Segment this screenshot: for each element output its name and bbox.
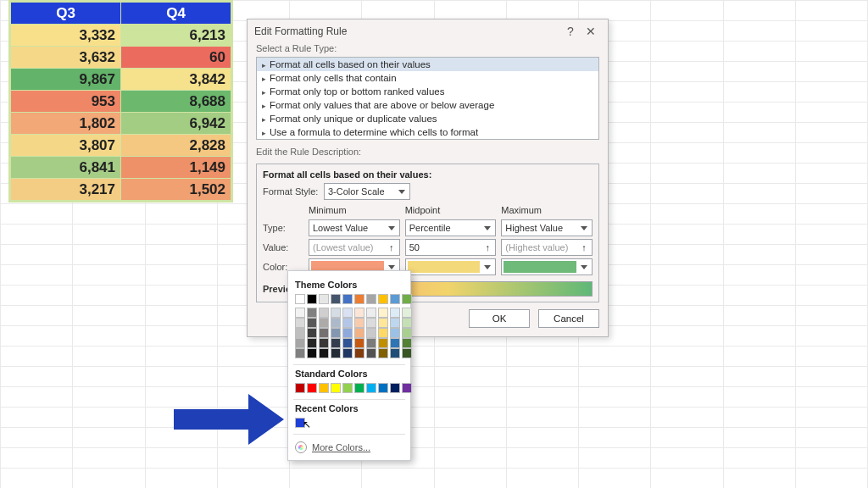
color-swatch[interactable] xyxy=(366,383,376,393)
color-swatch[interactable] xyxy=(307,308,317,318)
rule-type-list[interactable]: Format all cells based on their values F… xyxy=(256,57,599,140)
color-swatch[interactable] xyxy=(378,338,388,348)
more-colors-link[interactable]: More Colors... xyxy=(295,441,403,453)
color-swatch[interactable] xyxy=(319,348,329,358)
color-swatch[interactable] xyxy=(402,318,412,328)
color-swatch[interactable] xyxy=(319,294,329,304)
color-swatch[interactable] xyxy=(295,294,305,304)
color-swatch[interactable] xyxy=(319,318,329,328)
color-swatch[interactable] xyxy=(378,294,388,304)
color-swatch[interactable] xyxy=(402,338,412,348)
color-swatch[interactable] xyxy=(342,294,353,304)
color-swatch[interactable] xyxy=(354,338,364,348)
color-swatch[interactable] xyxy=(390,383,400,393)
cancel-button[interactable]: Cancel xyxy=(538,309,599,328)
table-cell[interactable]: 1,502 xyxy=(121,179,231,201)
color-swatch[interactable] xyxy=(307,383,317,393)
table-cell[interactable]: 3,217 xyxy=(11,179,121,201)
color-swatch[interactable] xyxy=(354,348,364,358)
mid-value-field[interactable]: 50↑ xyxy=(405,239,497,256)
color-swatch[interactable] xyxy=(307,348,317,358)
color-swatch[interactable] xyxy=(378,348,388,358)
table-cell[interactable]: 3,632 xyxy=(11,47,121,69)
color-swatch[interactable] xyxy=(390,338,400,348)
color-swatch[interactable] xyxy=(366,328,376,338)
table-cell[interactable]: 3,807 xyxy=(11,135,121,157)
color-swatch[interactable] xyxy=(354,318,364,328)
color-swatch[interactable] xyxy=(331,383,341,393)
color-swatch[interactable] xyxy=(295,318,305,328)
max-color-combo[interactable] xyxy=(501,258,593,275)
color-swatch[interactable] xyxy=(342,338,353,348)
table-cell[interactable]: 2,828 xyxy=(121,135,231,157)
min-type-combo[interactable]: Lowest Value xyxy=(309,219,400,236)
color-swatch[interactable] xyxy=(366,348,376,358)
color-swatch[interactable] xyxy=(342,348,353,358)
color-swatch[interactable] xyxy=(378,383,388,393)
mid-color-combo[interactable] xyxy=(405,258,497,275)
color-swatch[interactable] xyxy=(354,294,364,304)
color-swatch[interactable] xyxy=(319,308,329,318)
table-cell[interactable]: 1,802 xyxy=(11,113,121,135)
color-swatch[interactable] xyxy=(295,328,305,338)
color-swatch[interactable] xyxy=(390,318,400,328)
table-cell[interactable]: 3,842 xyxy=(121,69,231,91)
color-swatch[interactable] xyxy=(331,308,341,318)
max-type-combo[interactable]: Highest Value xyxy=(501,219,593,236)
close-button[interactable]: ✕ xyxy=(581,25,601,38)
dialog-titlebar[interactable]: Edit Formatting Rule ? ✕ xyxy=(248,19,608,43)
color-swatch[interactable] xyxy=(402,348,412,358)
color-swatch[interactable] xyxy=(342,328,353,338)
ok-button[interactable]: OK xyxy=(469,309,530,328)
color-swatch[interactable] xyxy=(402,294,412,304)
table-cell[interactable]: 8,688 xyxy=(121,91,231,113)
table-cell[interactable]: 60 xyxy=(121,47,231,69)
color-swatch[interactable] xyxy=(366,318,376,328)
color-swatch[interactable] xyxy=(331,294,341,304)
help-button[interactable]: ? xyxy=(560,25,581,38)
color-swatch[interactable] xyxy=(366,294,376,304)
color-swatch[interactable] xyxy=(390,294,400,304)
color-swatch[interactable] xyxy=(378,328,388,338)
color-swatch[interactable] xyxy=(307,294,317,304)
color-swatch[interactable] xyxy=(354,308,364,318)
color-swatch[interactable] xyxy=(378,318,388,328)
table-cell[interactable]: 6,213 xyxy=(121,25,231,47)
color-swatch[interactable] xyxy=(295,348,305,358)
range-picker-icon[interactable]: ↑ xyxy=(578,240,590,255)
color-swatch[interactable] xyxy=(378,308,388,318)
color-swatch[interactable] xyxy=(390,348,400,358)
color-swatch[interactable] xyxy=(307,338,317,348)
color-swatch[interactable] xyxy=(402,383,412,393)
range-picker-icon[interactable]: ↑ xyxy=(481,240,493,255)
table-cell[interactable]: 6,942 xyxy=(121,113,231,135)
table-cell[interactable]: 9,867 xyxy=(11,69,121,91)
min-value-field[interactable]: (Lowest value)↑ xyxy=(309,239,400,256)
mid-type-combo[interactable]: Percentile xyxy=(405,219,497,236)
color-swatch[interactable] xyxy=(366,308,376,318)
color-swatch[interactable] xyxy=(295,383,305,393)
color-swatch[interactable] xyxy=(331,328,341,338)
table-cell[interactable]: 1,149 xyxy=(121,157,231,179)
color-swatch[interactable] xyxy=(402,328,412,338)
table-cell[interactable]: 6,841 xyxy=(11,157,121,179)
color-swatch[interactable] xyxy=(342,308,353,318)
color-swatch[interactable] xyxy=(354,328,364,338)
color-swatch[interactable] xyxy=(319,328,329,338)
color-swatch[interactable] xyxy=(319,338,329,348)
max-value-field[interactable]: (Highest value)↑ xyxy=(501,239,593,256)
color-swatch[interactable] xyxy=(402,308,412,318)
color-swatch[interactable] xyxy=(331,338,341,348)
color-swatch[interactable] xyxy=(366,338,376,348)
table-cell[interactable]: 953 xyxy=(11,91,121,113)
color-swatch[interactable] xyxy=(331,348,341,358)
color-swatch[interactable] xyxy=(319,383,329,393)
color-swatch[interactable] xyxy=(354,383,364,393)
range-picker-icon[interactable]: ↑ xyxy=(386,240,398,255)
color-swatch[interactable] xyxy=(295,308,305,318)
format-style-combo[interactable]: 3-Color Scale xyxy=(324,183,410,200)
color-swatch[interactable] xyxy=(295,338,305,348)
color-swatch[interactable] xyxy=(390,308,400,318)
color-swatch[interactable] xyxy=(390,328,400,338)
color-swatch[interactable] xyxy=(342,318,353,328)
